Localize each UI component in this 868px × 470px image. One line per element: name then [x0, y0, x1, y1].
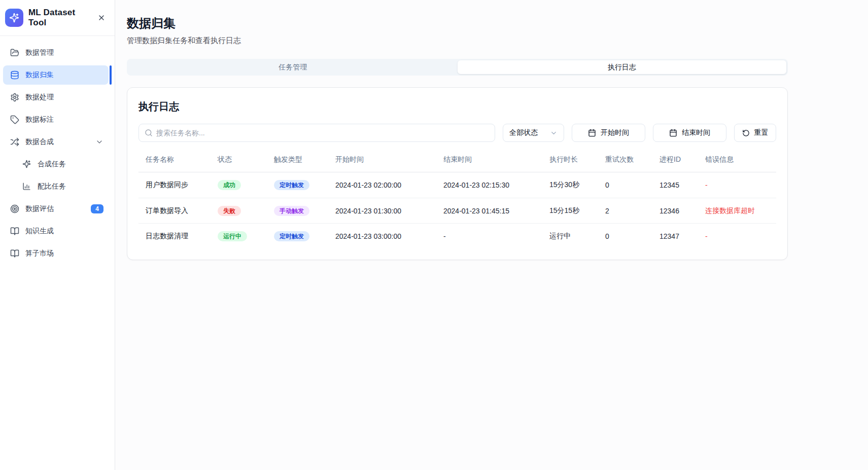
rotate-ccw-icon [742, 129, 750, 137]
sparkles-icon [9, 13, 19, 23]
sparkles-icon [22, 160, 31, 169]
sidebar-item-label: 数据管理 [25, 48, 103, 57]
status-filter-value: 全部状态 [509, 128, 538, 137]
column-header: 错误信息 [705, 155, 776, 164]
retry-count: 0 [605, 232, 659, 240]
duration: 15分30秒 [549, 180, 605, 190]
column-header: 重试次数 [605, 155, 659, 164]
trigger-badge: 手动触发 [274, 206, 309, 216]
target-icon [10, 204, 19, 213]
table-row: 订单数据导入 失败 手动触发 2024-01-23 01:30:00 2024-… [138, 198, 776, 223]
reset-label: 重置 [754, 128, 769, 137]
end-time: 2024-01-23 01:45:15 [443, 207, 549, 215]
column-header: 任务名称 [146, 155, 218, 164]
sidebar-item-label: 数据合成 [25, 137, 89, 147]
process-id: 12347 [659, 232, 705, 240]
sidebar-item-label: 数据处理 [25, 93, 103, 102]
table-header-row: 任务名称 状态 触发类型 开始时间 结束时间 执行时长 重试次数 进程ID 错误… [138, 155, 776, 172]
filter-toolbar: 全部状态 开始时间 结束时间 重置 [138, 124, 776, 142]
start-time-button[interactable]: 开始时间 [572, 124, 645, 142]
error-message: - [705, 181, 776, 189]
column-header: 结束时间 [443, 155, 549, 164]
main-content: 数据归集 管理数据归集任务和查看执行日志 任务管理 执行日志 执行日志 全部状态… [115, 0, 868, 470]
column-header: 开始时间 [335, 155, 443, 164]
page-subtitle: 管理数据归集任务和查看执行日志 [127, 36, 788, 46]
error-message: - [705, 232, 776, 240]
task-name: 日志数据清理 [146, 232, 218, 241]
close-sidebar-button[interactable] [95, 12, 108, 24]
tab-execution-logs[interactable]: 执行日志 [458, 60, 787, 74]
retry-count: 2 [605, 207, 659, 215]
sidebar-item-data-management[interactable]: 数据管理 [3, 43, 109, 62]
calendar-icon [588, 129, 596, 137]
column-header: 触发类型 [274, 155, 335, 164]
gear-icon [10, 93, 19, 102]
task-name: 订单数据导入 [146, 206, 218, 215]
app-title: ML Dataset Tool [28, 8, 90, 28]
status-badge: 失败 [218, 206, 241, 216]
trigger-badge: 定时触发 [274, 180, 309, 190]
evaluation-count-badge: 4 [91, 204, 103, 213]
status-badge: 成功 [218, 180, 241, 190]
sidebar-item-operator-market[interactable]: 算子市场 [3, 244, 109, 263]
sidebar-item-label: 配比任务 [38, 182, 103, 191]
execution-logs-panel: 执行日志 全部状态 开始时间 结束时间 重置 [127, 87, 788, 260]
folder-open-icon [10, 48, 19, 57]
sidebar-item-data-processing[interactable]: 数据处理 [3, 88, 109, 107]
end-time-button[interactable]: 结束时间 [653, 124, 726, 142]
sidebar-item-label: 数据评估 [25, 204, 85, 213]
x-icon [97, 14, 106, 22]
sidebar-item-label: 数据归集 [25, 70, 103, 80]
tab-bar: 任务管理 执行日志 [127, 59, 788, 76]
duration: 运行中 [549, 232, 605, 241]
chevron-down-icon [95, 138, 103, 146]
sidebar-header: ML Dataset Tool [0, 0, 115, 36]
start-time: 2024-01-23 02:00:00 [335, 181, 443, 189]
sidebar-item-data-synthesis[interactable]: 数据合成 [3, 132, 109, 152]
trigger-badge: 定时触发 [274, 231, 309, 241]
end-time-label: 结束时间 [682, 128, 710, 137]
book-open-icon [10, 227, 19, 236]
end-time: 2024-01-23 02:15:30 [443, 181, 549, 189]
column-header: 执行时长 [549, 155, 605, 164]
status-filter-select[interactable]: 全部状态 [503, 124, 564, 142]
column-header: 状态 [218, 155, 274, 164]
end-time: - [443, 232, 549, 240]
chevron-down-icon [550, 129, 558, 137]
panel-heading: 执行日志 [138, 100, 776, 114]
app-logo [5, 9, 23, 27]
table-row: 用户数据同步 成功 定时触发 2024-01-23 02:00:00 2024-… [138, 172, 776, 198]
table-body: 用户数据同步 成功 定时触发 2024-01-23 02:00:00 2024-… [138, 172, 776, 248]
duration: 15分15秒 [549, 206, 605, 215]
status-badge: 运行中 [218, 231, 247, 241]
sidebar-item-label: 算子市场 [25, 249, 103, 258]
search-input[interactable] [156, 129, 495, 137]
logs-table: 任务名称 状态 触发类型 开始时间 结束时间 执行时长 重试次数 进程ID 错误… [138, 155, 776, 248]
sidebar-item-data-evaluation[interactable]: 数据评估 4 [3, 199, 109, 219]
retry-count: 0 [605, 181, 659, 189]
search-icon [145, 129, 153, 137]
database-icon [10, 70, 19, 80]
search-box [138, 124, 495, 142]
bar-chart-icon [22, 182, 31, 191]
sidebar-item-label: 数据标注 [25, 115, 103, 124]
tab-task-management[interactable]: 任务管理 [128, 60, 458, 74]
process-id: 12345 [659, 181, 705, 189]
sidebar-item-data-collection[interactable]: 数据归集 [3, 65, 109, 85]
sidebar-item-ratio-tasks[interactable]: 配比任务 [3, 177, 109, 196]
page-title: 数据归集 [127, 15, 788, 31]
sidebar-item-data-labeling[interactable]: 数据标注 [3, 110, 109, 129]
process-id: 12346 [659, 207, 705, 215]
error-message: 连接数据库超时 [705, 206, 776, 215]
column-header: 进程ID [659, 155, 705, 164]
calendar-icon [669, 129, 677, 137]
shuffle-icon [10, 137, 19, 147]
sidebar-item-label: 知识生成 [25, 227, 103, 236]
start-time-label: 开始时间 [601, 128, 629, 137]
start-time: 2024-01-23 03:00:00 [335, 232, 443, 240]
start-time: 2024-01-23 01:30:00 [335, 207, 443, 215]
sidebar-item-synthesis-tasks[interactable]: 合成任务 [3, 155, 109, 174]
sidebar-item-knowledge-generation[interactable]: 知识生成 [3, 222, 109, 241]
book-open-icon [10, 249, 19, 258]
reset-button[interactable]: 重置 [734, 124, 776, 142]
